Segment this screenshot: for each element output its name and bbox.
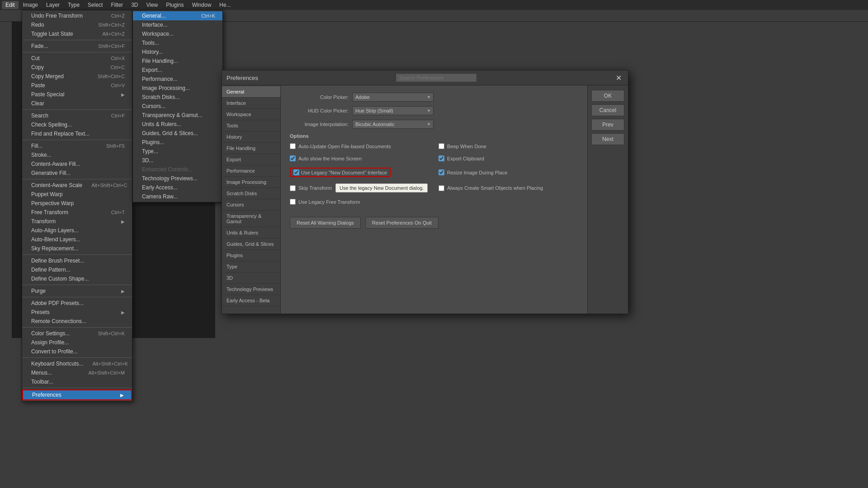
submenu-camera-raw[interactable]: Camera Raw... bbox=[133, 192, 222, 201]
menu-3d[interactable]: 3D bbox=[127, 1, 142, 9]
menu-transform[interactable]: Transform ▶ bbox=[22, 217, 132, 226]
menu-redo[interactable]: Redo Shift+Ctrl+Z bbox=[22, 20, 132, 29]
submenu-3d[interactable]: 3D... bbox=[133, 156, 222, 165]
menu-convert-profile[interactable]: Convert to Profile... bbox=[22, 347, 132, 356]
menu-sky-replacement[interactable]: Sky Replacement... bbox=[22, 244, 132, 253]
submenu-guides[interactable]: Guides, Grid & Slices... bbox=[133, 129, 222, 138]
menu-clear[interactable]: Clear bbox=[22, 99, 132, 108]
menu-find-replace[interactable]: Find and Replace Text... bbox=[22, 129, 132, 138]
sidebar-item-scratch-disks[interactable]: Scratch Disks bbox=[222, 188, 280, 199]
prefs-search-input[interactable] bbox=[396, 73, 477, 82]
menu-copy-merged[interactable]: Copy Merged Shift+Ctrl+C bbox=[22, 72, 132, 81]
menu-check-spelling[interactable]: Check Spelling... bbox=[22, 120, 132, 129]
menu-purge[interactable]: Purge ▶ bbox=[22, 286, 132, 296]
next-button[interactable]: Next bbox=[591, 133, 624, 145]
menu-plugins[interactable]: Plugins bbox=[162, 1, 187, 9]
menu-view[interactable]: View bbox=[142, 1, 161, 9]
menu-undo[interactable]: Undo Free Transform Ctrl+Z bbox=[22, 11, 132, 20]
menu-menus[interactable]: Menus... Alt+Shift+Ctrl+M bbox=[22, 368, 132, 377]
submenu-tools[interactable]: Tools... bbox=[133, 38, 222, 47]
menu-toolbar[interactable]: Toolbar... bbox=[22, 377, 132, 386]
sidebar-item-early-access[interactable]: Early Access - Beta bbox=[222, 295, 280, 306]
cb-home-screen-input[interactable] bbox=[290, 155, 296, 161]
menu-paste-special[interactable]: Paste Special ▶ bbox=[22, 90, 132, 99]
sidebar-item-image-processing[interactable]: Image Processing bbox=[222, 177, 280, 188]
sidebar-item-general[interactable]: General bbox=[222, 86, 280, 98]
sidebar-item-plugins[interactable]: Plugins bbox=[222, 250, 280, 261]
menu-search[interactable]: Search Ctrl+F bbox=[22, 111, 132, 120]
menu-fade[interactable]: Fade... Shift+Ctrl+F bbox=[22, 42, 132, 51]
submenu-workspace[interactable]: Workspace... bbox=[133, 29, 222, 38]
menu-puppet-warp[interactable]: Puppet Warp bbox=[22, 190, 132, 199]
sidebar-item-file-handling[interactable]: File Handling bbox=[222, 143, 280, 154]
menu-define-pattern[interactable]: Define Pattern... bbox=[22, 265, 132, 274]
sidebar-item-tools[interactable]: Tools bbox=[222, 120, 280, 131]
submenu-history[interactable]: History... bbox=[133, 47, 222, 56]
menu-define-custom-shape[interactable]: Define Custom Shape... bbox=[22, 274, 132, 283]
menu-edit[interactable]: Edit bbox=[2, 1, 19, 9]
menu-generative-fill[interactable]: Generative Fill... bbox=[22, 169, 132, 178]
cb-auto-update-input[interactable] bbox=[290, 143, 296, 149]
ok-button[interactable]: OK bbox=[591, 90, 624, 102]
submenu-plugins[interactable]: Plugins... bbox=[133, 138, 222, 147]
menu-keyboard-shortcuts[interactable]: Keyboard Shortcuts... Alt+Shift+Ctrl+K bbox=[22, 359, 132, 368]
submenu-scratch-disks[interactable]: Scratch Disks... bbox=[133, 93, 222, 102]
menu-paste[interactable]: Paste Ctrl+V bbox=[22, 81, 132, 90]
sidebar-item-transparency[interactable]: Transparency & Gamut bbox=[222, 211, 280, 227]
sidebar-item-tech-previews[interactable]: Technology Previews bbox=[222, 284, 280, 295]
menu-select[interactable]: Select bbox=[84, 1, 106, 9]
cb-smart-objects-input[interactable] bbox=[439, 185, 444, 191]
cb-beep-input[interactable] bbox=[439, 143, 444, 149]
submenu-cursors[interactable]: Cursors... bbox=[133, 102, 222, 111]
color-picker-select[interactable]: Adobe bbox=[352, 93, 434, 102]
submenu-general[interactable]: General... Ctrl+K bbox=[133, 11, 222, 20]
menu-presets[interactable]: Presets ▶ bbox=[22, 308, 132, 317]
sidebar-item-interface[interactable]: Interface bbox=[222, 98, 280, 109]
submenu-tech-previews[interactable]: Technology Previews... bbox=[133, 174, 222, 183]
sidebar-item-history[interactable]: History bbox=[222, 131, 280, 143]
submenu-early-access[interactable]: Early Access... bbox=[133, 183, 222, 192]
menu-define-brush[interactable]: Define Brush Preset... bbox=[22, 256, 132, 265]
prefs-close-button[interactable]: ✕ bbox=[614, 74, 623, 82]
menu-cut[interactable]: Cut Ctrl+X bbox=[22, 54, 132, 63]
menu-perspective-warp[interactable]: Perspective Warp bbox=[22, 199, 132, 208]
sidebar-item-units[interactable]: Units & Rulers bbox=[222, 227, 280, 239]
menu-window[interactable]: Window bbox=[189, 1, 215, 9]
cancel-button[interactable]: Cancel bbox=[591, 104, 624, 116]
menu-toggle-last[interactable]: Toggle Last State Alt+Ctrl+Z bbox=[22, 29, 132, 38]
menu-free-transform[interactable]: Free Transform Ctrl+T bbox=[22, 208, 132, 217]
sidebar-item-export[interactable]: Export bbox=[222, 154, 280, 165]
menu-copy[interactable]: Copy Ctrl+C bbox=[22, 63, 132, 72]
menu-auto-blend[interactable]: Auto-Blend Layers... bbox=[22, 235, 132, 244]
cb-resize-image-input[interactable] bbox=[439, 169, 444, 175]
submenu-file-handling[interactable]: File Handling... bbox=[133, 56, 222, 66]
submenu-transparency[interactable]: Transparency & Gamut... bbox=[133, 111, 222, 120]
sidebar-item-type[interactable]: Type bbox=[222, 261, 280, 272]
menu-content-aware-fill[interactable]: Content-Aware Fill... bbox=[22, 160, 132, 169]
menu-fill[interactable]: Fill... Shift+F5 bbox=[22, 141, 132, 150]
submenu-image-processing[interactable]: Image Processing... bbox=[133, 84, 222, 93]
sidebar-item-cursors[interactable]: Cursors bbox=[222, 199, 280, 211]
sidebar-item-3d[interactable]: 3D bbox=[222, 272, 280, 284]
menu-assign-profile[interactable]: Assign Profile... bbox=[22, 338, 132, 347]
submenu-type[interactable]: Type... bbox=[133, 147, 222, 156]
menu-type[interactable]: Type bbox=[64, 1, 83, 9]
reset-preferences-on-quit-button[interactable]: Reset Preferences On Quit bbox=[365, 217, 439, 229]
submenu-units[interactable]: Units & Rulers... bbox=[133, 120, 222, 129]
hud-color-picker-select[interactable]: Hue Strip (Small) bbox=[352, 106, 434, 115]
submenu-export[interactable]: Export... bbox=[133, 66, 222, 75]
menu-remote-connections[interactable]: Remote Connections... bbox=[22, 317, 132, 326]
menu-color-settings[interactable]: Color Settings... Shift+Ctrl+K bbox=[22, 329, 132, 338]
prev-button[interactable]: Prev bbox=[591, 119, 624, 131]
sidebar-item-performance[interactable]: Performance bbox=[222, 165, 280, 177]
cb-legacy-new-doc-input[interactable] bbox=[293, 169, 299, 175]
menu-filter[interactable]: Filter bbox=[107, 1, 127, 9]
submenu-performance[interactable]: Performance... bbox=[133, 75, 222, 84]
cb-export-clipboard-input[interactable] bbox=[439, 155, 444, 161]
menu-image[interactable]: Image bbox=[19, 1, 42, 9]
submenu-interface[interactable]: Interface... bbox=[133, 20, 222, 29]
menu-help[interactable]: He... bbox=[216, 1, 234, 9]
menu-layer[interactable]: Layer bbox=[42, 1, 63, 9]
cb-legacy-free-transform-input[interactable] bbox=[290, 199, 296, 205]
menu-stroke[interactable]: Stroke... bbox=[22, 150, 132, 160]
